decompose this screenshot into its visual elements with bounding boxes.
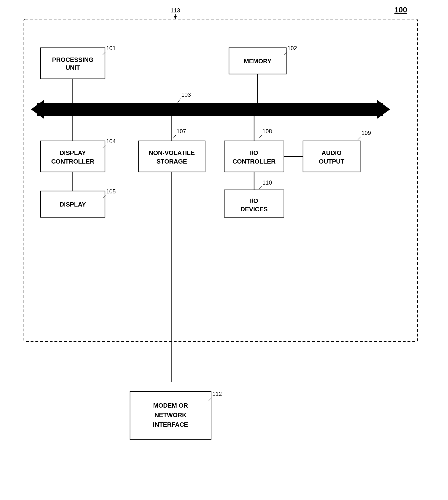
bus-label: BUS: [204, 106, 217, 113]
display-controller-ref: 104: [106, 138, 116, 144]
modem-label-3: INTERFACE: [153, 421, 188, 428]
io-devices-ref: 110: [262, 179, 272, 186]
io-controller-label-1: I/O: [250, 149, 258, 156]
nvs-label-1: NON-VOLATILE: [149, 149, 195, 156]
svg-line-7: [173, 135, 176, 138]
display-label: DISPLAY: [60, 201, 86, 208]
display-controller-label-1: DISPLAY: [60, 149, 86, 156]
audio-output-label-2: OUTPUT: [319, 158, 344, 165]
io-devices-label-2: DEVICES: [240, 206, 268, 213]
modem-label-1: MODEM OR: [153, 402, 188, 409]
io-controller-box: [224, 141, 284, 172]
display-controller-label-2: CONTROLLER: [51, 158, 95, 165]
title-label: 100: [394, 5, 407, 14]
modem-ref: 112: [212, 391, 222, 397]
svg-line-8: [259, 135, 262, 138]
memory-label: MEMORY: [244, 58, 272, 65]
nvs-box: [138, 141, 205, 172]
audio-output-box: [303, 141, 360, 172]
bus-ref: 103: [181, 91, 191, 98]
svg-line-9: [358, 137, 361, 140]
processing-unit-label-2: UNIT: [66, 64, 80, 71]
display-controller-box: [41, 141, 105, 172]
connector-ref: 113: [171, 7, 180, 14]
bus-arrow-right: [377, 100, 390, 119]
audio-output-label-1: AUDIO: [321, 149, 342, 156]
modem-label-2: NETWORK: [155, 412, 187, 419]
diagram: 100 113 PROCESSING UNIT 101 MEMORY 102 B…: [0, 0, 448, 500]
audio-output-ref: 109: [361, 130, 371, 136]
nvs-label-2: STORAGE: [157, 158, 187, 165]
io-devices-label-1: I/O: [250, 197, 258, 204]
svg-line-4: [178, 99, 181, 103]
svg-marker-1: [174, 16, 177, 19]
io-controller-ref: 108: [262, 128, 272, 135]
io-controller-label-2: CONTROLLER: [233, 158, 276, 165]
processing-unit-ref: 101: [106, 45, 116, 51]
processing-unit-box: [41, 48, 105, 79]
svg-line-10: [259, 187, 262, 189]
display-ref: 105: [106, 188, 116, 195]
memory-ref: 102: [288, 45, 297, 51]
nvs-ref: 107: [176, 128, 186, 135]
processing-unit-label-1: PROCESSING: [52, 56, 93, 63]
